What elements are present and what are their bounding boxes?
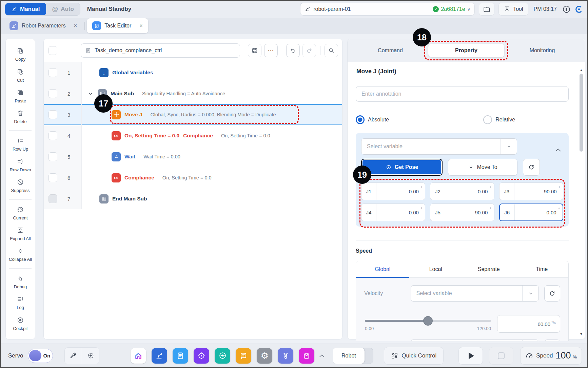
robot-target-label[interactable]: Robot bbox=[333, 348, 365, 364]
row-checkbox[interactable] bbox=[48, 173, 57, 182]
robot-target-switch[interactable]: Robot bbox=[333, 348, 373, 364]
joint-input[interactable] bbox=[376, 210, 420, 215]
velocity-slider[interactable]: 0.00 120.00 bbox=[365, 315, 491, 331]
task-row-end-main-sub[interactable]: 7 End Main Sub bbox=[44, 188, 342, 209]
speed-indicator[interactable]: Speed 100 % bbox=[520, 347, 582, 365]
refresh-pose-button[interactable] bbox=[523, 159, 540, 176]
annotation-input[interactable] bbox=[356, 86, 569, 102]
tab-local[interactable]: Local bbox=[409, 261, 463, 277]
tab-time[interactable]: Time bbox=[515, 261, 569, 277]
move-to-button[interactable]: Move To bbox=[448, 159, 517, 176]
dock-collapse-icon[interactable] bbox=[319, 354, 325, 357]
scroll-down-icon[interactable]: ▼ bbox=[579, 332, 583, 336]
servo-toggle[interactable]: On bbox=[28, 349, 53, 363]
row-checkbox[interactable] bbox=[48, 68, 57, 77]
copy-button[interactable]: Copy bbox=[6, 47, 35, 62]
save-button[interactable] bbox=[248, 44, 261, 57]
joint-input[interactable] bbox=[445, 189, 489, 194]
expand-all-button[interactable]: Expand All bbox=[6, 227, 35, 241]
tab-property[interactable]: Property 18 bbox=[428, 44, 504, 57]
velocity-variable-select[interactable]: Select variable bbox=[411, 285, 539, 302]
robot-app-icon[interactable] bbox=[152, 348, 167, 364]
redo-button[interactable] bbox=[302, 44, 316, 57]
paste-button[interactable]: Paste bbox=[6, 89, 35, 103]
task-row-move-j[interactable]: 3 Move J Global, Sync, Radius = 0.000, B… bbox=[44, 104, 342, 125]
stop-button[interactable] bbox=[489, 347, 513, 365]
auto-mode-button[interactable]: @ Auto bbox=[46, 3, 80, 16]
absolute-radio[interactable] bbox=[356, 115, 365, 124]
log-button[interactable]: Log bbox=[6, 295, 35, 310]
quick-control-button[interactable]: Quick Control bbox=[384, 347, 444, 365]
row-checkbox[interactable] bbox=[48, 110, 57, 119]
commit-dropdown[interactable]: ✓ 2a68171e ∨ bbox=[433, 6, 470, 12]
task-name-field[interactable]: Task_demo_complance_ctrl bbox=[81, 43, 240, 58]
panel-scrollbar[interactable]: ▲ ▼ bbox=[579, 68, 584, 336]
chevron-down-icon[interactable] bbox=[522, 286, 538, 301]
velocity-value-field[interactable]: 60.00 °/s bbox=[497, 315, 560, 333]
row-checkbox[interactable] bbox=[48, 89, 57, 98]
settings-app-icon[interactable]: ⚙ bbox=[257, 348, 272, 364]
open-file-button[interactable] bbox=[479, 3, 494, 16]
store-app-icon[interactable] bbox=[299, 348, 314, 364]
manual-mode-button[interactable]: Manual bbox=[5, 3, 46, 16]
select-all-checkbox[interactable] bbox=[48, 46, 57, 55]
brand-logo-icon[interactable] bbox=[575, 5, 583, 14]
joint-input[interactable] bbox=[445, 210, 489, 215]
task-editor-app-icon[interactable] bbox=[173, 348, 188, 364]
jog-app-icon[interactable] bbox=[194, 348, 209, 364]
tab-command[interactable]: Command bbox=[352, 44, 428, 57]
row-down-button[interactable]: Row Down bbox=[6, 158, 35, 172]
tab-robot-parameters[interactable]: Robot Parameters × bbox=[4, 18, 82, 34]
task-row-global-variables[interactable]: 1 ↓ Global Variables bbox=[44, 62, 342, 83]
task-row-main-sub[interactable]: 2 Main Sub Singularity Handling = Auto A… bbox=[44, 83, 342, 104]
delete-button[interactable]: Delete bbox=[6, 110, 35, 124]
row-checkbox[interactable] bbox=[48, 131, 57, 140]
current-button[interactable]: Current bbox=[6, 206, 35, 220]
pendant-icon[interactable] bbox=[562, 5, 571, 14]
slider-handle[interactable] bbox=[423, 316, 433, 326]
home-app-icon[interactable] bbox=[131, 348, 146, 364]
joint-input[interactable] bbox=[376, 189, 420, 194]
get-pose-button[interactable]: Get Pose bbox=[361, 159, 443, 176]
jog-adjust-button[interactable] bbox=[82, 347, 99, 364]
refresh-velocity-button[interactable] bbox=[544, 285, 560, 302]
suppress-button[interactable]: Suppress bbox=[6, 178, 35, 193]
robot-file-pill[interactable]: robot-param-01 ✓ 2a68171e ∨ bbox=[300, 3, 475, 16]
collapse-all-button[interactable]: Collapse All bbox=[6, 247, 35, 262]
row-checkbox[interactable] bbox=[48, 152, 57, 161]
undo-button[interactable] bbox=[286, 44, 300, 57]
joint-input[interactable] bbox=[515, 210, 558, 215]
chevron-down-icon[interactable] bbox=[501, 139, 517, 154]
monitoring-app-icon[interactable] bbox=[215, 348, 230, 364]
search-button[interactable] bbox=[325, 44, 338, 57]
task-row-compliance[interactable]: 6 Compliance On, Setting Time = 0.0 bbox=[44, 167, 342, 188]
tool-button[interactable]: Tool bbox=[498, 3, 528, 16]
row-up-button[interactable]: Row Up bbox=[6, 137, 35, 152]
chevron-down-icon[interactable] bbox=[522, 340, 538, 341]
scroll-up-icon[interactable]: ▲ bbox=[579, 68, 583, 72]
close-icon[interactable]: × bbox=[139, 23, 142, 29]
log-app-icon[interactable] bbox=[236, 348, 251, 364]
tab-global[interactable]: Global bbox=[356, 261, 409, 277]
tab-task-editor[interactable]: Task Editor × bbox=[87, 18, 148, 33]
scrollbar-thumb[interactable] bbox=[580, 74, 583, 152]
clipped-variable-select[interactable] bbox=[411, 340, 539, 341]
more-button[interactable]: ⋯ bbox=[264, 44, 278, 57]
tab-monitoring[interactable]: Monitoring bbox=[504, 44, 580, 57]
joint-input[interactable] bbox=[514, 189, 558, 194]
cut-button[interactable]: Cut bbox=[6, 68, 35, 83]
cockpit-button[interactable]: Cockpit bbox=[6, 316, 35, 331]
wrench-button[interactable] bbox=[65, 347, 82, 364]
play-button[interactable] bbox=[458, 347, 483, 365]
task-row-wait[interactable]: 5 Wait Wait Time = 0.00 bbox=[44, 146, 342, 167]
chevron-down-icon[interactable] bbox=[88, 91, 93, 96]
task-row-compliance[interactable]: 4 On, Setting Time = 0.0 Compliance On, … bbox=[44, 125, 342, 146]
debug-button[interactable]: Debug bbox=[6, 275, 35, 289]
remote-app-icon[interactable] bbox=[278, 348, 293, 364]
relative-radio[interactable] bbox=[483, 115, 492, 124]
pose-variable-select[interactable]: Select variable bbox=[361, 138, 517, 155]
tab-separate[interactable]: Separate bbox=[462, 261, 515, 277]
clipped-refresh-button[interactable] bbox=[544, 340, 560, 341]
collapse-section-button[interactable] bbox=[555, 148, 561, 152]
close-icon[interactable]: × bbox=[74, 23, 77, 29]
